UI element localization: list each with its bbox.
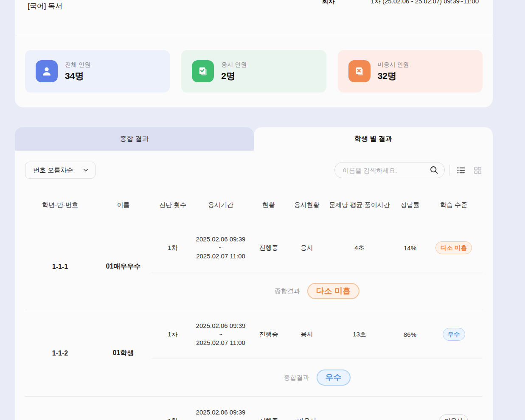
round-info: 회차 1차 (25.02.06 - 25.02.07) 09:39~11:00 [322,0,479,6]
list-view-icon[interactable] [456,165,466,175]
attempt-row: 1차 2025.02.06 09:39~2025.02.07 11:00 진행중… [152,224,483,272]
col-header-status: 현황 [247,201,290,209]
stat-value: 32명 [378,70,409,82]
level-badge: 미응시 [439,414,468,420]
stat-label: 미응시 인원 [378,61,409,69]
stat-value: 34명 [65,70,90,82]
overall-result-label: 종합결과 [275,287,300,295]
tab-label: 종합 결과 [120,134,149,143]
doc-x-icon [348,60,371,82]
table-controls: 번호 오름차순 [25,162,483,179]
round-value: 1차 (25.02.06 - 25.02.07) 09:39~11:00 [371,0,479,6]
chevron-down-icon [82,167,89,174]
grid-view-icon[interactable] [472,165,483,175]
correct-rate-cell: 86% [395,331,425,338]
round-label: 회차 [322,0,335,6]
table-body: 1-1-1 01매우우수 1차 2025.02.06 09:39~2025.02… [25,224,483,420]
stat-card-total: 전체 인원 34명 [25,50,170,92]
level-badge: 우수 [443,328,465,341]
student-id-cell: 1-1-1 [25,224,95,310]
search-input[interactable] [343,167,429,174]
col-header-name: 이름 [95,201,152,209]
sort-dropdown[interactable]: 번호 오름차순 [25,162,95,179]
result-tabs: 종합 결과 학생 별 결과 [15,127,493,151]
stat-card-not-taken: 미응시 인원 32명 [338,50,483,92]
col-header-attendance: 응시현황 [290,201,324,209]
correct-rate-cell: 14% [395,244,425,252]
col-header-grade-class-number: 학년-반-번호 [25,201,95,209]
period-cell: 2025.02.06 09:39~2025.02.07 11:00 [194,235,247,260]
period-cell: 2025.02.06 09:39~2025.02.07 11:00 [194,322,247,347]
stat-card-taken: 응시 인원 2명 [181,50,326,92]
level-badge: 다소 미흡 [435,241,472,255]
attendance-cell: 응시 [290,244,324,252]
tab-student-results[interactable]: 학생 별 결과 [254,127,493,151]
student-id-cell: 1-1-2 [25,310,95,396]
period-cell: 2025.02.06 09:39~2025.02.07 11:00 [194,408,247,420]
col-header-diagnosis-count: 진단 횟수 [152,201,194,209]
attendance-cell: 미응시 [290,417,324,420]
round-cell: 1차 [152,244,194,252]
col-header-correct-rate: 정답률 [395,201,425,209]
exam-summary-card: [국어] 독서 회차 1차 (25.02.06 - 25.02.07) 09:3… [15,0,493,107]
overall-result-badge: 다소 미흡 [307,283,359,300]
view-toggle [456,165,483,175]
exam-header: [국어] 독서 회차 1차 (25.02.06 - 25.02.07) 09:3… [15,0,493,36]
stats-row: 전체 인원 34명 응시 인원 2명 [15,36,493,92]
person-icon [36,60,58,82]
attempt-row: 1차 2025.02.06 09:39~2025.02.07 11:00 진행중… [152,310,483,359]
avg-time-cell: 13초 [324,330,395,339]
table-row[interactable]: 1-1-1 01매우우수 1차 2025.02.06 09:39~2025.02… [25,224,483,310]
student-id-cell [25,397,95,420]
stat-label: 전체 인원 [65,61,90,69]
tab-overall-results[interactable]: 종합 결과 [15,127,254,151]
sort-dropdown-value: 번호 오름차순 [33,166,73,174]
round-cell: 1차 [152,417,194,420]
overall-result-label: 종합결과 [284,374,309,382]
col-header-test-period: 응시기간 [194,201,247,209]
overall-result-badge: 우수 [317,370,351,386]
attendance-cell: 응시 [290,330,324,339]
results-section: 종합 결과 학생 별 결과 번호 오름차순 [15,127,493,420]
col-header-learning-level: 학습 수준 [425,201,483,209]
attempt-row: 1차 2025.02.06 09:39~2025.02.07 11:00 진행중… [152,397,483,420]
stat-label: 응시 인원 [221,61,247,69]
avg-time-cell: 4초 [324,244,395,252]
status-cell: 진행중 [247,417,290,420]
toolbar-divider [449,165,449,176]
col-header-avg-solve-time: 문제당 평균 풀이시간 [324,201,395,209]
tab-label: 학생 별 결과 [354,134,392,143]
student-results-panel: 번호 오름차순 [15,151,493,420]
student-name-cell: 01학생 [95,310,152,396]
table-row[interactable]: 1차 2025.02.06 09:39~2025.02.07 11:00 진행중… [25,397,483,420]
status-cell: 진행중 [247,330,290,339]
exam-subject-title: [국어] 독서 [28,1,62,11]
name-search-box[interactable] [334,162,445,178]
overall-result-row: 종합결과 우수 [152,359,483,396]
overall-result-row: 종합결과 다소 미흡 [152,272,483,310]
search-icon[interactable] [429,165,439,175]
table-row[interactable]: 1-1-2 01학생 1차 2025.02.06 09:39~2025.02.0… [25,310,483,397]
table-header: 학년-반-번호 이름 진단 횟수 응시기간 현황 응시현황 문제당 평균 풀이시… [25,186,483,224]
stat-value: 2명 [221,70,247,82]
doc-check-icon [192,60,214,82]
round-cell: 1차 [152,330,194,339]
student-name-cell: 01매우우수 [95,224,152,310]
student-name-cell [95,397,152,420]
status-cell: 진행중 [247,244,290,252]
